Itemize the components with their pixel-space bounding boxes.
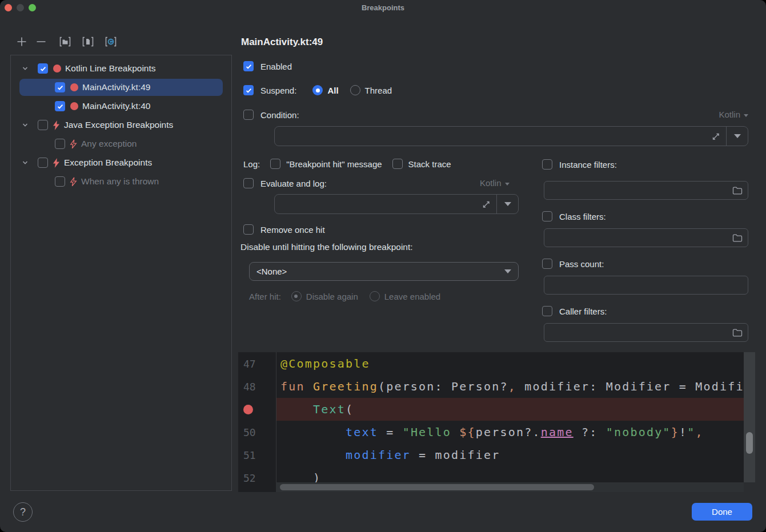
chevron-down-icon[interactable] (22, 122, 29, 129)
chevron-down-icon (744, 114, 748, 117)
vertical-scrollbar-thumb[interactable] (746, 432, 753, 454)
class-filters-checkbox[interactable] (542, 211, 552, 221)
tree-checkbox[interactable] (55, 139, 65, 149)
vertical-scrollbar[interactable] (744, 352, 755, 482)
pass-count-checkbox[interactable] (542, 259, 552, 269)
folder-icon[interactable] (732, 186, 743, 195)
tree-item-when-any-is-thrown[interactable]: When any is thrown (19, 173, 223, 190)
evaluate-and-log-checkbox[interactable] (243, 178, 254, 188)
group-by-file-button[interactable] (82, 35, 94, 49)
code-token: modifier: Modifier = Modifier) { (516, 380, 755, 393)
breakpoints-dialog: Breakpoints C Kotlin Line Breakpoint (0, 0, 766, 532)
suspend-checkbox[interactable] (243, 85, 254, 95)
stack-trace-label: Stack trace (408, 159, 451, 169)
add-breakpoint-button[interactable] (15, 35, 28, 49)
condition-label: Condition: (260, 110, 299, 120)
help-button[interactable]: ? (13, 502, 33, 522)
code-token: } (671, 425, 679, 439)
tree-item-kotlin-line-breakpoints[interactable]: Kotlin Line Breakpoints (19, 60, 223, 77)
breakpoint-gutter[interactable] (238, 398, 276, 421)
scrollbar-corner (744, 482, 755, 492)
remove-once-hit-checkbox[interactable] (243, 224, 254, 235)
tree-checkbox[interactable] (38, 120, 48, 130)
folder-icon[interactable] (732, 328, 743, 337)
line-number: 48 (238, 375, 276, 398)
expand-icon[interactable] (476, 200, 496, 209)
code-token: ${ (459, 425, 475, 439)
suspend-thread-radio[interactable] (350, 85, 360, 95)
folder-icon[interactable] (732, 233, 743, 243)
expand-icon[interactable] (705, 132, 726, 141)
chevron-down-icon[interactable] (22, 159, 29, 167)
horizontal-scrollbar[interactable] (276, 482, 744, 492)
class-filters-row: Class filters: (542, 211, 606, 222)
breakpoint-dot-icon[interactable] (243, 405, 253, 414)
evaluate-input[interactable] (275, 195, 476, 213)
condition-checkbox[interactable] (243, 110, 254, 120)
pass-count-field[interactable] (544, 276, 748, 295)
tree-item-label: Java Exception Breakpoints (64, 120, 173, 130)
plus-icon (16, 36, 27, 47)
exception-bolt-muted-icon (70, 177, 77, 187)
caller-filters-field[interactable] (544, 323, 748, 342)
tree-item-any-exception[interactable]: Any exception (19, 135, 223, 152)
leave-enabled-label: Leave enabled (384, 292, 440, 301)
evaluate-row: Evaluate and log: (243, 178, 327, 189)
tree-item-label: MainActivity.kt:49 (82, 82, 150, 92)
tree-item-label: When any is thrown (81, 176, 159, 187)
disable-again-radio (291, 291, 302, 301)
code-token: "Hello (403, 425, 460, 439)
done-button[interactable]: Done (692, 503, 752, 521)
disable-until-combobox[interactable]: <None> (249, 262, 519, 281)
code-token: = (411, 448, 435, 462)
leave-enabled-radio (370, 291, 380, 301)
tree-checkbox[interactable] (55, 101, 65, 111)
code-token: @Composable (280, 357, 370, 370)
evaluate-field-group (274, 194, 519, 214)
breakpoint-hit-message-checkbox[interactable] (270, 159, 280, 169)
code-token: fun (280, 380, 313, 393)
instance-filters-field[interactable] (544, 181, 748, 200)
tree-item-label: Exception Breakpoints (64, 158, 152, 168)
disable-until-label: Disable until hitting the following brea… (240, 242, 413, 252)
instance-filters-row: Instance filters: (542, 159, 617, 170)
title-bar: Breakpoints (0, 0, 766, 15)
code-token (280, 448, 346, 462)
code-line: 47 @Composable (238, 352, 755, 375)
class-filters-field[interactable] (544, 228, 748, 247)
suspend-all-radio[interactable] (312, 85, 323, 95)
tree-item-label: Kotlin Line Breakpoints (65, 63, 156, 74)
tree-checkbox[interactable] (38, 158, 48, 168)
group-by-class-button[interactable]: C (105, 35, 117, 49)
code-token (280, 402, 313, 416)
chevron-down-icon[interactable] (22, 65, 29, 72)
code-line: 50 text = "Hello ${person?.name ?: "nobo… (238, 421, 755, 444)
code-token: ( (346, 402, 354, 416)
horizontal-scrollbar-thumb[interactable] (280, 484, 594, 490)
tree-item-exception-breakpoints[interactable]: Exception Breakpoints (19, 154, 223, 171)
code-token: text (346, 425, 378, 439)
tree-item-mainactivity-40[interactable]: MainActivity.kt:40 (19, 98, 223, 115)
group-by-package-button[interactable] (59, 35, 71, 49)
tree-checkbox[interactable] (55, 176, 65, 187)
code-token: = (378, 425, 403, 439)
condition-language-selector[interactable]: Kotlin (719, 110, 748, 119)
tree-checkbox[interactable] (55, 82, 65, 92)
evaluate-language-selector[interactable]: Kotlin (480, 178, 510, 188)
exception-bolt-icon (53, 120, 60, 130)
tree-item-java-exception-breakpoints[interactable]: Java Exception Breakpoints (19, 116, 223, 134)
tree-checkbox[interactable] (38, 63, 48, 74)
tree-item-label: MainActivity.kt:40 (82, 101, 150, 111)
breakpoint-hit-message-label: "Breakpoint hit" message (286, 159, 382, 169)
evaluate-and-log-label: Evaluate and log: (260, 179, 327, 188)
evaluate-history-dropdown-button[interactable] (497, 202, 518, 206)
caller-filters-checkbox[interactable] (542, 306, 552, 316)
tree-item-mainactivity-49[interactable]: MainActivity.kt:49 (19, 79, 223, 96)
instance-filters-checkbox[interactable] (542, 159, 552, 170)
enabled-checkbox[interactable] (243, 61, 254, 71)
stack-trace-checkbox[interactable] (392, 159, 403, 169)
suspend-label: Suspend: (260, 86, 296, 95)
condition-history-dropdown-button[interactable] (727, 134, 748, 138)
remove-breakpoint-button[interactable] (35, 35, 47, 49)
condition-input[interactable] (275, 127, 705, 146)
